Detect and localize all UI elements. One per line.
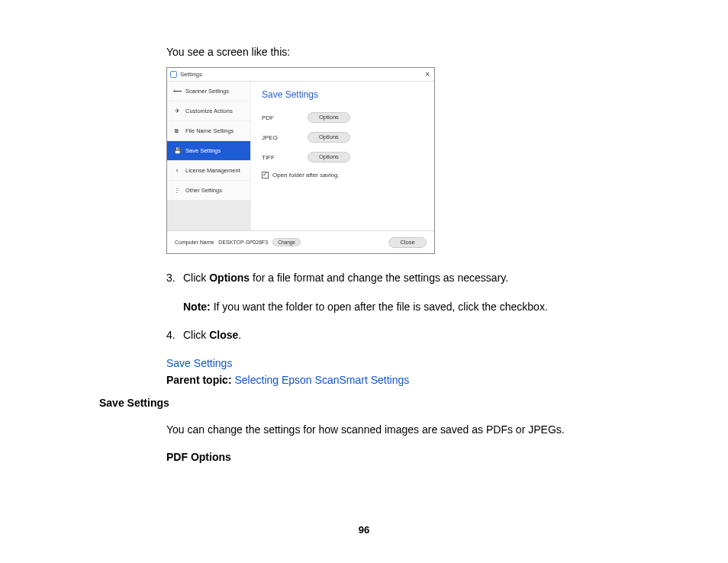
step-number: 4.	[166, 328, 183, 343]
checkbox-icon[interactable]	[262, 172, 269, 179]
parent-topic-label: Parent topic:	[166, 374, 232, 386]
settings-sidebar: ⟵ Scanner Settings ✈ Customize Actions 🗎…	[167, 82, 251, 230]
dialog-titlebar: Settings ×	[167, 68, 434, 82]
sidebar-item-label: License Management	[185, 167, 240, 174]
close-icon[interactable]: ×	[424, 70, 431, 79]
sidebar-item-label: File Name Settings	[185, 127, 234, 134]
step-text: Click Close.	[183, 328, 241, 343]
sidebar-item-scanner-settings[interactable]: ⟵ Scanner Settings	[167, 82, 250, 101]
subsection-heading-pdf-options: PDF Options	[166, 451, 629, 463]
dialog-title: Settings	[180, 71, 424, 78]
step-text: Click Options for a file format and chan…	[183, 271, 508, 286]
format-row-jpeg: JPEG Options	[262, 127, 424, 147]
more-icon: ⋮	[173, 187, 181, 195]
scanner-icon: ⟵	[173, 88, 181, 95]
app-logo-icon	[170, 71, 177, 78]
options-button-pdf[interactable]: Options	[308, 112, 350, 123]
section-body: You can change the settings for how scan…	[166, 423, 629, 438]
panel-title: Save Settings	[262, 89, 424, 100]
step-number: 3.	[166, 271, 183, 286]
intro-text: You see a screen like this:	[166, 46, 629, 58]
settings-panel: Save Settings PDF Options JPEG Options T…	[251, 82, 434, 230]
section-heading-save-settings: Save Settings	[99, 397, 629, 409]
computer-name-label: Computer Name	[175, 240, 214, 245]
link-save-settings[interactable]: Save Settings	[166, 357, 232, 369]
sidebar-item-file-name-settings[interactable]: 🗎 File Name Settings	[167, 121, 250, 141]
sidebar-item-label: Customize Actions	[185, 108, 233, 114]
sidebar-filler	[167, 201, 250, 230]
save-icon: 💾	[173, 147, 181, 155]
checkbox-label: Open folder after saving.	[272, 172, 340, 179]
file-icon: 🗎	[173, 127, 181, 135]
note: Note: If you want the folder to open aft…	[183, 300, 629, 315]
options-button-jpeg[interactable]: Options	[308, 132, 350, 143]
sidebar-item-label: Scanner Settings	[185, 88, 229, 95]
format-label: JPEG	[262, 134, 308, 141]
format-row-pdf: PDF Options	[262, 108, 424, 127]
format-row-tiff: TIFF Options	[262, 147, 424, 167]
sidebar-item-license-management[interactable]: ♀ License Management	[167, 161, 250, 181]
step-3: 3. Click Options for a file format and c…	[166, 271, 629, 286]
sidebar-item-customize-actions[interactable]: ✈ Customize Actions	[167, 101, 250, 121]
sidebar-item-save-settings[interactable]: 💾 Save Settings	[167, 141, 250, 161]
format-label: PDF	[262, 114, 308, 121]
step-4: 4. Click Close.	[166, 328, 629, 343]
sidebar-item-label: Save Settings	[185, 147, 221, 154]
sidebar-item-other-settings[interactable]: ⋮ Other Settings	[167, 181, 250, 201]
page-number: 96	[0, 524, 728, 536]
dialog-footer: Computer Name DESKTOP-SP028F3 Change Clo…	[167, 230, 434, 253]
format-label: TIFF	[262, 154, 308, 161]
close-button[interactable]: Close	[388, 237, 427, 248]
license-icon: ♀	[173, 167, 181, 175]
sidebar-item-label: Other Settings	[185, 187, 222, 194]
change-button[interactable]: Change	[272, 238, 301, 246]
actions-icon: ✈	[173, 108, 181, 115]
computer-name-value: DESKTOP-SP028F3	[218, 240, 268, 245]
options-button-tiff[interactable]: Options	[308, 152, 350, 162]
settings-dialog-screenshot: Settings × ⟵ Scanner Settings ✈ Customiz…	[166, 67, 435, 254]
link-parent-topic[interactable]: Selecting Epson ScanSmart Settings	[234, 374, 409, 386]
open-folder-checkbox-row[interactable]: Open folder after saving.	[262, 172, 424, 179]
